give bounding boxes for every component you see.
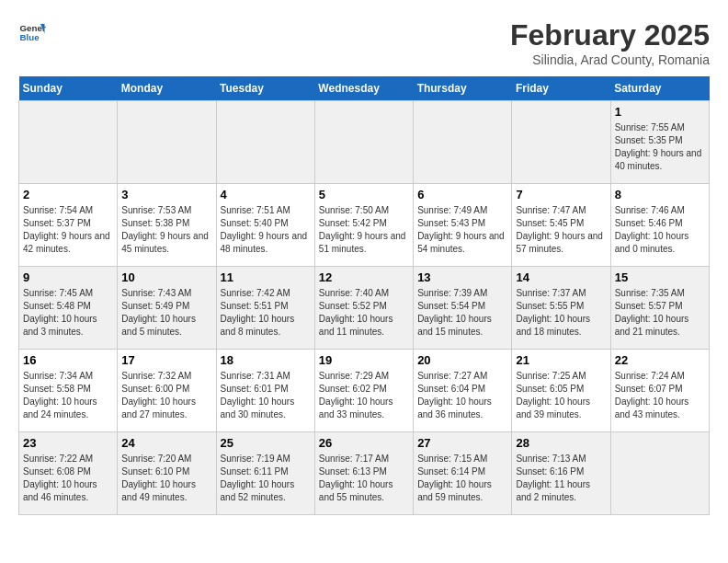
svg-text:Blue: Blue (20, 32, 40, 42)
day-info: Sunrise: 7:31 AM Sunset: 6:01 PM Dayligh… (221, 370, 311, 421)
day-info: Sunrise: 7:54 AM Sunset: 5:37 PM Dayligh… (23, 204, 113, 256)
day-number: 12 (319, 270, 409, 284)
calendar-week-row: 1Sunrise: 7:55 AM Sunset: 5:35 PM Daylig… (19, 101, 710, 184)
day-info: Sunrise: 7:37 AM Sunset: 5:55 PM Dayligh… (516, 287, 606, 339)
day-number: 24 (121, 436, 211, 450)
calendar-cell: 9Sunrise: 7:45 AM Sunset: 5:48 PM Daylig… (19, 267, 118, 350)
day-info: Sunrise: 7:22 AM Sunset: 6:08 PM Dayligh… (23, 453, 113, 504)
day-number: 6 (417, 188, 507, 201)
day-info: Sunrise: 7:49 AM Sunset: 5:43 PM Dayligh… (417, 204, 507, 256)
calendar-table: SundayMondayTuesdayWednesdayThursdayFrid… (18, 76, 710, 515)
calendar-cell: 2Sunrise: 7:54 AM Sunset: 5:37 PM Daylig… (19, 184, 118, 267)
calendar-cell: 18Sunrise: 7:31 AM Sunset: 6:01 PM Dayli… (216, 350, 314, 432)
calendar-cell: 23Sunrise: 7:22 AM Sunset: 6:08 PM Dayli… (19, 432, 118, 515)
day-number: 27 (417, 436, 507, 450)
title-area: February 2025 Silindia, Arad County, Rom… (510, 18, 710, 67)
day-info: Sunrise: 7:19 AM Sunset: 6:11 PM Dayligh… (221, 453, 311, 504)
logo-icon: General Blue (18, 18, 46, 46)
day-number: 22 (615, 353, 705, 367)
day-info: Sunrise: 7:42 AM Sunset: 5:51 PM Dayligh… (221, 287, 311, 339)
page-header: General Blue February 2025 Silindia, Ara… (18, 18, 710, 67)
calendar-cell: 26Sunrise: 7:17 AM Sunset: 6:13 PM Dayli… (314, 432, 413, 515)
calendar-cell: 1Sunrise: 7:55 AM Sunset: 5:35 PM Daylig… (610, 101, 709, 184)
day-info: Sunrise: 7:50 AM Sunset: 5:42 PM Dayligh… (319, 204, 409, 256)
day-info: Sunrise: 7:24 AM Sunset: 6:07 PM Dayligh… (615, 370, 705, 421)
calendar-cell: 16Sunrise: 7:34 AM Sunset: 5:58 PM Dayli… (19, 350, 118, 432)
day-number: 11 (221, 270, 311, 284)
calendar-header-row: SundayMondayTuesdayWednesdayThursdayFrid… (19, 76, 710, 101)
calendar-week-row: 9Sunrise: 7:45 AM Sunset: 5:48 PM Daylig… (19, 267, 710, 350)
day-info: Sunrise: 7:53 AM Sunset: 5:38 PM Dayligh… (121, 204, 211, 256)
calendar-cell (216, 101, 314, 184)
calendar-cell: 5Sunrise: 7:50 AM Sunset: 5:42 PM Daylig… (314, 184, 413, 267)
day-number: 5 (319, 188, 409, 201)
calendar-week-row: 2Sunrise: 7:54 AM Sunset: 5:37 PM Daylig… (19, 184, 710, 267)
day-info: Sunrise: 7:35 AM Sunset: 5:57 PM Dayligh… (615, 287, 705, 339)
day-number: 2 (23, 188, 113, 201)
day-number: 25 (221, 436, 311, 450)
calendar-cell: 25Sunrise: 7:19 AM Sunset: 6:11 PM Dayli… (216, 432, 314, 515)
day-number: 28 (516, 436, 606, 450)
day-number: 3 (121, 188, 211, 201)
header-thursday: Thursday (414, 76, 512, 101)
calendar-cell: 7Sunrise: 7:47 AM Sunset: 5:45 PM Daylig… (512, 184, 610, 267)
day-info: Sunrise: 7:13 AM Sunset: 6:16 PM Dayligh… (516, 453, 606, 504)
calendar-cell (314, 101, 413, 184)
day-info: Sunrise: 7:45 AM Sunset: 5:48 PM Dayligh… (23, 287, 113, 339)
calendar-week-row: 16Sunrise: 7:34 AM Sunset: 5:58 PM Dayli… (19, 350, 710, 432)
calendar-cell: 22Sunrise: 7:24 AM Sunset: 6:07 PM Dayli… (610, 350, 709, 432)
day-info: Sunrise: 7:34 AM Sunset: 5:58 PM Dayligh… (23, 370, 113, 421)
day-number: 13 (417, 270, 507, 284)
month-title: February 2025 (510, 18, 710, 52)
day-number: 16 (23, 353, 113, 367)
day-info: Sunrise: 7:15 AM Sunset: 6:14 PM Dayligh… (417, 453, 507, 504)
day-number: 4 (221, 188, 311, 201)
calendar-cell (610, 432, 709, 515)
day-number: 8 (615, 188, 705, 201)
calendar-cell: 24Sunrise: 7:20 AM Sunset: 6:10 PM Dayli… (118, 432, 216, 515)
day-number: 20 (417, 353, 507, 367)
calendar-cell: 28Sunrise: 7:13 AM Sunset: 6:16 PM Dayli… (512, 432, 610, 515)
header-friday: Friday (512, 76, 610, 101)
day-number: 7 (516, 188, 606, 201)
calendar-cell: 19Sunrise: 7:29 AM Sunset: 6:02 PM Dayli… (314, 350, 413, 432)
calendar-cell: 10Sunrise: 7:43 AM Sunset: 5:49 PM Dayli… (118, 267, 216, 350)
day-info: Sunrise: 7:17 AM Sunset: 6:13 PM Dayligh… (319, 453, 409, 504)
calendar-cell: 12Sunrise: 7:40 AM Sunset: 5:52 PM Dayli… (314, 267, 413, 350)
header-wednesday: Wednesday (314, 76, 413, 101)
logo: General Blue (18, 18, 46, 46)
day-info: Sunrise: 7:27 AM Sunset: 6:04 PM Dayligh… (417, 370, 507, 421)
header-saturday: Saturday (610, 76, 709, 101)
calendar-cell (19, 101, 118, 184)
calendar-cell: 20Sunrise: 7:27 AM Sunset: 6:04 PM Dayli… (414, 350, 512, 432)
calendar-cell (414, 101, 512, 184)
day-info: Sunrise: 7:29 AM Sunset: 6:02 PM Dayligh… (319, 370, 409, 421)
day-number: 17 (121, 353, 211, 367)
calendar-cell: 6Sunrise: 7:49 AM Sunset: 5:43 PM Daylig… (414, 184, 512, 267)
day-info: Sunrise: 7:55 AM Sunset: 5:35 PM Dayligh… (615, 121, 705, 173)
header-sunday: Sunday (19, 76, 118, 101)
day-number: 10 (121, 270, 211, 284)
day-number: 1 (615, 105, 705, 119)
calendar-cell: 3Sunrise: 7:53 AM Sunset: 5:38 PM Daylig… (118, 184, 216, 267)
day-info: Sunrise: 7:51 AM Sunset: 5:40 PM Dayligh… (221, 204, 311, 256)
day-number: 21 (516, 353, 606, 367)
header-monday: Monday (118, 76, 216, 101)
calendar-cell: 13Sunrise: 7:39 AM Sunset: 5:54 PM Dayli… (414, 267, 512, 350)
calendar-cell: 15Sunrise: 7:35 AM Sunset: 5:57 PM Dayli… (610, 267, 709, 350)
calendar-cell: 17Sunrise: 7:32 AM Sunset: 6:00 PM Dayli… (118, 350, 216, 432)
day-info: Sunrise: 7:39 AM Sunset: 5:54 PM Dayligh… (417, 287, 507, 339)
calendar-cell: 27Sunrise: 7:15 AM Sunset: 6:14 PM Dayli… (414, 432, 512, 515)
day-info: Sunrise: 7:20 AM Sunset: 6:10 PM Dayligh… (121, 453, 211, 504)
calendar-cell: 14Sunrise: 7:37 AM Sunset: 5:55 PM Dayli… (512, 267, 610, 350)
day-number: 23 (23, 436, 113, 450)
day-info: Sunrise: 7:32 AM Sunset: 6:00 PM Dayligh… (121, 370, 211, 421)
day-info: Sunrise: 7:40 AM Sunset: 5:52 PM Dayligh… (319, 287, 409, 339)
day-info: Sunrise: 7:47 AM Sunset: 5:45 PM Dayligh… (516, 204, 606, 256)
day-number: 19 (319, 353, 409, 367)
day-info: Sunrise: 7:46 AM Sunset: 5:46 PM Dayligh… (615, 204, 705, 256)
calendar-cell (118, 101, 216, 184)
calendar-cell: 11Sunrise: 7:42 AM Sunset: 5:51 PM Dayli… (216, 267, 314, 350)
day-info: Sunrise: 7:43 AM Sunset: 5:49 PM Dayligh… (121, 287, 211, 339)
header-tuesday: Tuesday (216, 76, 314, 101)
